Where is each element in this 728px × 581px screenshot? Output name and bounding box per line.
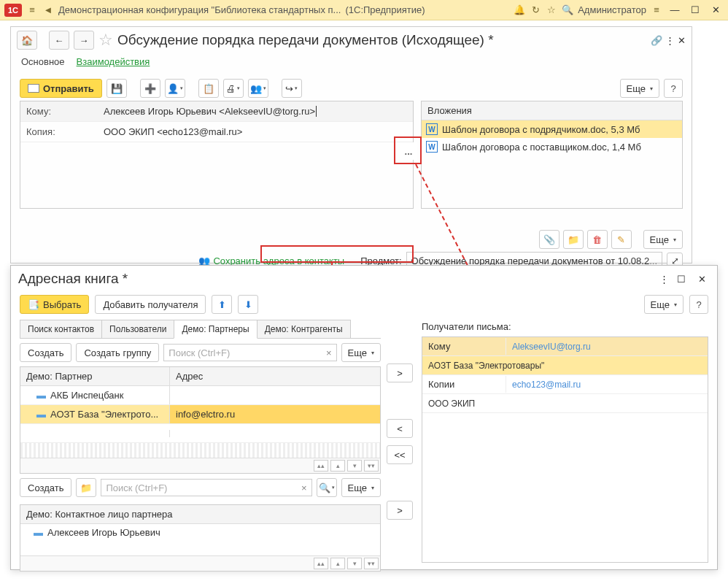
history-icon[interactable]: ↻ [530,4,541,16]
partners-more-button[interactable]: Еще [341,343,381,362]
recipients-picker-button[interactable]: ... [400,142,417,160]
move-down-button[interactable]: ⬇ [238,295,258,314]
attach-delete-button[interactable]: 🗑 [587,230,608,249]
close-button[interactable]: ✕ [708,2,724,18]
search-icon[interactable]: 🔍 [562,4,573,16]
more-button[interactable]: Еще [620,79,659,98]
tab-interactions[interactable]: Взаимодействия [77,56,150,70]
table-nav-up[interactable]: ▴ [330,558,345,569]
tab-users[interactable]: Пользователи [101,320,174,338]
move-right-button-2[interactable]: > [387,501,413,520]
maximize-button[interactable]: ☐ [687,2,703,18]
save-button[interactable]: 💾 [107,79,127,98]
table-row[interactable]: ▬АКБ Инспецбанк [20,386,380,405]
contacts-search-input[interactable]: Поиск (Ctrl+F)× [101,479,311,496]
search-dropdown[interactable]: 🔍 [317,478,337,497]
move-all-left-button[interactable]: << [387,445,413,464]
addrbook-tabs: Поиск контактов Пользователи Демо: Партн… [20,320,381,339]
word-doc-icon: W [426,123,438,135]
horizontal-scrollbar[interactable] [20,443,380,458]
recipients-to-row[interactable]: Кому AlekseevIU@torg.ru [422,337,708,356]
close-button[interactable]: ✕ [694,271,710,287]
recipients-table: Кому AlekseevIU@torg.ru АОЗТ База "Элект… [422,336,708,563]
recipients-cc-company-row[interactable]: ООО ЭКИП [422,394,708,413]
action-dropdown[interactable]: ↪ [282,79,302,98]
copy-button[interactable]: 📋 [198,79,219,98]
table-nav-first[interactable]: ▴▴ [314,460,328,472]
addrbook-more-button[interactable]: Еще [644,295,684,314]
favorite-star-icon[interactable]: ☆ [98,31,113,50]
tab-partners[interactable]: Демо: Партнеры [174,320,257,339]
attach-more-button[interactable]: Еще [643,230,683,249]
partner-col-header[interactable]: Демо: Партнер [20,367,170,385]
move-right-button[interactable]: > [387,363,413,382]
minimize-button[interactable]: — [667,2,683,18]
help-button[interactable]: ? [664,79,683,98]
bell-icon[interactable]: 🔔 [514,4,525,16]
user-label[interactable]: Администратор [578,4,646,15]
contact-col-header[interactable]: Демо: Контактное лицо партнера [20,505,380,524]
attachment-row[interactable]: W Шаблон договора с поставщиком.doc, 1,4… [422,138,682,155]
kebab-menu-icon[interactable]: ⋮ [665,35,675,46]
addrbook-titlebar: Адресная книга * ⋮ ☐ ✕ [11,266,717,292]
address-col-header[interactable]: Адрес [170,367,380,385]
attachments-header: Вложения [422,101,682,120]
tab-main[interactable]: Основное [21,56,65,70]
tab-contractors[interactable]: Демо: Контрагенты [257,320,351,338]
settings-icon[interactable]: ≡ [651,4,662,16]
table-row[interactable]: ▬ Алексеев Игорь Юрьевич [20,524,380,541]
print-dropdown[interactable]: 🖨 [223,79,244,98]
contacts-dropdown[interactable]: 👤 [165,79,185,98]
cc-field[interactable]: ООО ЭКИП <echo123@mail.ru> [101,126,413,137]
clear-icon[interactable]: × [301,482,307,493]
maximize-button[interactable]: ☐ [673,271,689,287]
table-nav-up[interactable]: ▴ [330,460,345,472]
menu-icon[interactable]: ≡ [26,4,38,16]
create-group-button[interactable]: Создать группу [76,343,159,362]
create-button[interactable]: Создать [20,343,71,362]
table-nav-down[interactable]: ▾ [347,558,362,569]
platform-label: (1С:Предприятие) [345,4,425,15]
star-icon[interactable]: ☆ [546,4,557,16]
clear-icon[interactable]: × [326,347,332,358]
recipients-company-row[interactable]: АОЗТ База "Электротовары" [422,356,708,375]
tab-search-contacts[interactable]: Поиск контактов [20,320,102,338]
email-window: 🏠 ← → ☆ Обсуждение порядка передачи доку… [10,26,692,263]
table-nav-last[interactable]: ▾▾ [364,558,379,569]
window-close-icon[interactable]: ✕ [678,35,686,46]
add-recipient-button[interactable]: Добавить получателя [95,295,206,314]
create-contact-button[interactable]: Создать [20,478,71,497]
table-nav-last[interactable]: ▾▾ [364,460,379,472]
table-nav-down[interactable]: ▾ [347,460,362,472]
move-up-button[interactable]: ⬆ [212,295,232,314]
folder-button[interactable]: 📁 [76,478,96,497]
recipients-title: Получатели письма: [422,320,708,336]
home-button[interactable]: 🏠 [17,31,37,50]
to-field[interactable]: Алексеев Игорь Юрьевич <AlekseevIU@torg.… [101,106,413,117]
recipients-cc-row[interactable]: Копии echo123@mail.ru [422,375,708,394]
people-dropdown[interactable]: 👥 [248,79,268,98]
partners-search-input[interactable]: Поиск (Ctrl+F)× [163,344,336,361]
attach-edit-button[interactable]: ✎ [611,230,632,249]
table-nav-first[interactable]: ▴▴ [314,558,328,569]
send-button[interactable]: Отправить [20,79,102,98]
contacts-more-button[interactable]: Еще [341,478,381,497]
recipients-panel: Получатели письма: Кому AlekseevIU@torg.… [422,320,708,572]
back-button[interactable]: ← [49,31,69,50]
addrbook-toolbar: 📑 Выбрать Добавить получателя ⬆ ⬇ Еще ? [11,292,717,317]
addrbook-help-button[interactable]: ? [689,295,708,314]
nav-back-icon[interactable]: ◄ [42,4,54,16]
collapse-icon: ▬ [34,527,43,538]
attachment-row[interactable]: W Шаблон договора с подрядчиком.doc, 5,3… [422,120,682,138]
email-header: 🏠 ← → ☆ Обсуждение порядка передачи доку… [11,27,692,53]
forward-button[interactable]: → [74,31,94,50]
kebab-menu-icon[interactable]: ⋮ [659,274,669,285]
table-row[interactable]: ▬АОЗТ База "Электрото... info@elctro.ru [20,405,380,424]
attach-clip-button[interactable]: 📎 [539,230,559,249]
select-button[interactable]: 📑 Выбрать [20,295,89,314]
attachment-name: Шаблон договора с подрядчиком.doc, 5,3 М… [442,124,640,135]
link-icon[interactable]: 🔗 [651,35,662,46]
add-button[interactable]: ➕ [140,79,160,98]
move-left-button[interactable]: < [387,419,413,438]
attach-folder-button[interactable]: 📁 [563,230,584,249]
